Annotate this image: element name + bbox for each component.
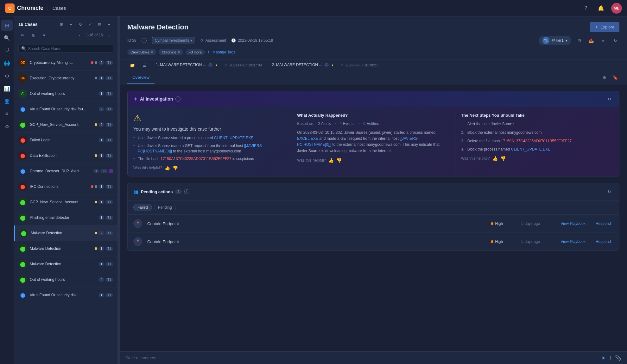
tag-close-chronicle[interactable]: × [178,50,180,54]
sidebar-item-rules[interactable]: ⚙ [1,70,13,82]
funnel-icon-btn[interactable]: ⊵ [29,31,37,39]
alert-tab-1[interactable]: 1. MALWARE DETECTION ... 2 ▲ [151,59,222,71]
thumbs-up-btn-2[interactable]: 👍 [328,158,334,163]
list-item[interactable]: ⬤ Malware Detection 2 T1 [14,225,117,241]
list-item[interactable]: ⬤ GCP_New_Service_Account... 2 T1 [14,117,117,133]
thumbs-down-btn-2[interactable]: 👎 [336,158,342,163]
prev-page-btn[interactable]: ‹ [76,31,84,39]
respond-btn-1[interactable]: Respond [593,220,613,227]
list-item[interactable]: ⬤ GCP_New_Service_Account... 1 T1 [14,194,117,210]
list-item[interactable]: ⬤ Data Exfiltration 1 T1 [14,148,117,163]
list-item[interactable]: ⬤ Out of working hours 4 T1 [14,272,117,287]
case-count: 4 [98,277,104,282]
top-nav-right: ? 🔔 ME [581,3,622,14]
thumbs-up-btn-3[interactable]: 👍 [492,156,498,161]
view-playbook-btn-2[interactable]: View Playbook [558,238,588,245]
refresh-detail-btn[interactable]: ↻ [611,36,619,45]
sidebar-item-alerts[interactable]: 🛡 [1,45,13,56]
list-item[interactable]: ⊙ Out of working hours 1 T1 [14,86,117,102]
alert-tab-2[interactable]: 2. MALWARE DETECTION ... 2 ▲ [268,59,339,71]
case-tier: T1 [105,107,113,111]
comment-text-icon[interactable]: T [609,355,612,361]
list-item[interactable]: ⬤ Malware Detection 1 T1 [14,256,117,272]
pending-info-icon[interactable]: i [184,189,189,194]
pending-actions-section: 👥 Pending actions 2 i ↻ Failed Pending 📍… [127,183,619,251]
refresh-btn[interactable]: ↻ [76,20,85,28]
pending-refresh-btn[interactable]: ↻ [605,188,613,196]
share-icon-btn[interactable]: 📤 [587,36,595,45]
case-tier: T1 [105,200,113,204]
list-item[interactable]: DE Execution: Cryptocurrency ... 1 T1 [14,71,117,86]
folder-icon-tab[interactable]: 📁 [127,60,137,71]
severity-dot-high-1 [491,222,493,225]
add-case-btn[interactable]: + [105,20,113,28]
comment-attach-icon[interactable]: 📎 [615,355,621,361]
excel-exe-link[interactable]: EXCEL.EXE [297,136,318,141]
filter-tab-pending[interactable]: Pending [154,204,176,211]
case-tier: T1 [105,247,113,251]
organization-dropdown[interactable]: Cymbal Investments ▾ [152,37,195,44]
thumbs-down-btn-1[interactable]: 👎 [173,165,178,170]
file-hash-link-2[interactable]: 17150A137C43235AD07011B552F9FF27 [501,139,572,143]
list-item[interactable]: ⬤ IRC Connections 1 T1 [14,179,117,194]
thumbs-down-btn-3[interactable]: 👎 [500,156,506,161]
sidebar-item-search[interactable]: 🔍 [1,32,13,44]
list-item[interactable]: ⬤ Virus Found Or security risk fou... 2 … [14,102,117,117]
list-icon-tab[interactable]: ☰ [140,60,149,71]
tab-overview[interactable]: Overview [127,71,155,84]
notification-icon-btn[interactable]: 🔔 [596,3,606,13]
thumbs-up-btn-1[interactable]: 👍 [165,165,170,170]
list-item[interactable]: ⬤ Chrome_Browser_DLP_Alert 1 T1 ! [14,163,117,179]
ai-refresh-btn[interactable]: ↻ [605,95,613,103]
file-hash-link-1[interactable]: 17150A137C43235AD07011B552F9FF27 [161,157,231,161]
expand-btn[interactable]: ▾ [67,20,75,28]
case-tier: T1 [105,278,113,282]
tag-more[interactable]: +3 more [186,49,205,55]
sidebar-item-dashboard[interactable]: ⊞ [1,20,13,31]
view-playbook-btn-1[interactable]: View Playbook [558,220,588,227]
info-icon[interactable]: i [142,38,147,43]
split-btn[interactable]: ⊟ [95,20,104,28]
case-tier: T1 [105,154,113,158]
filter-tab-failed[interactable]: Failed [133,204,152,211]
case-icon: ⬤ [18,291,27,299]
filter-expand-btn[interactable]: ▾ [40,31,48,39]
tab-settings-btn[interactable]: ⚙ [600,74,609,82]
action-icon-1: 📍 [133,219,142,228]
list-item[interactable]: ⬤ Virus Found Or security risk ... 1 T1 [14,287,117,303]
sidebar-item-users[interactable]: 👤 [1,96,13,107]
app-logo[interactable]: C Chronicle [5,3,43,13]
swap-btn[interactable]: ⇄ [86,20,94,28]
comment-input[interactable] [125,355,598,360]
list-item[interactable]: ⬤ Malware Detection 1 T1 [14,241,117,256]
client-update-link[interactable]: CLIENT_UPDATE.EXE [214,136,253,140]
explore-button[interactable]: ✦ Explore [590,22,619,32]
tier-badge[interactable]: T1 @Tier1 ▾ [539,36,571,45]
respond-btn-2[interactable]: Respond [593,238,613,245]
grid-view-btn[interactable]: ⊞ [57,20,66,28]
case-icon: ⬤ [18,105,27,114]
sidebar-item-analytics[interactable]: 📊 [1,83,13,94]
case-tier: T1 [105,123,113,127]
case-count: 2 [98,122,104,127]
comment-send-icon[interactable]: ➤ [601,355,605,361]
search-input[interactable] [28,46,110,51]
sidebar-item-settings[interactable]: ⚙ [1,121,13,132]
manage-tags-btn[interactable]: 🏷 Manage Tags [207,50,235,54]
user-avatar[interactable]: ME [611,3,622,14]
tab-bookmark-btn[interactable]: 🔖 [611,74,619,82]
tag-close-crowdstrike[interactable]: × [151,50,153,54]
next-page-btn[interactable]: › [105,31,113,39]
hostname-link[interactable]: [[JAVIERS-PC|HOSTNAME[0]]] [138,144,263,153]
list-view-btn[interactable]: ≡ [599,36,607,45]
client-update-link-2[interactable]: CLIENT_UPDATE.EXE [511,147,550,151]
ai-info-icon[interactable]: i [175,96,180,102]
layout-icon-btn[interactable]: ⊟ [575,36,583,45]
list-item[interactable]: DE Cryptocurrency Mining -... 2 T1 [14,55,117,71]
sidebar-item-list[interactable]: ≡ [1,108,13,120]
filter-icon-btn[interactable]: ✏ [18,31,27,39]
sidebar-item-network[interactable]: 🌐 [1,58,13,69]
list-item[interactable]: ⬤ Phishing email detector 1 T1 [14,210,117,225]
list-item[interactable]: ⬤ Failed Login 1 T1 [14,133,117,148]
help-icon-btn[interactable]: ? [581,3,591,13]
